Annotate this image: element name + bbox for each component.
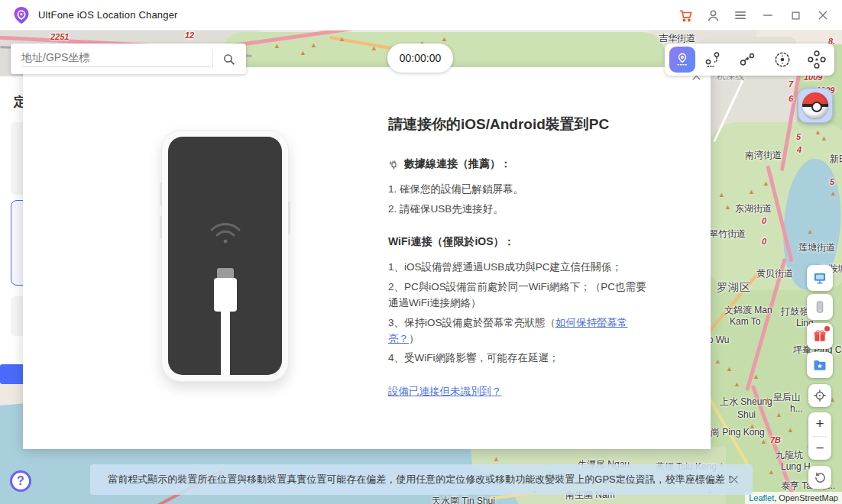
maximize-button[interactable] — [787, 7, 804, 24]
app-title: UltFone iOS Location Changer — [38, 9, 178, 21]
phone-side-button — [160, 216, 162, 239]
search-icon — [222, 53, 235, 66]
device-button[interactable] — [807, 294, 833, 320]
phone-screen — [168, 137, 282, 375]
map-label: 7B — [770, 435, 781, 444]
help-button[interactable]: ? — [10, 470, 31, 492]
two-spot-route-icon — [704, 50, 722, 69]
map-label: Shui — [737, 409, 756, 420]
usb-cable — [221, 311, 230, 375]
phone-side-button — [160, 183, 162, 205]
map-label: 4 — [797, 145, 802, 154]
mode-two-spot-button[interactable] — [695, 50, 730, 69]
map-label: 打鼓嶺 — [781, 305, 808, 318]
map-label: 罗湖区 — [717, 281, 751, 295]
map-label: 6 — [789, 94, 793, 103]
peak-symbol: ▲ — [724, 203, 731, 211]
gamepad-cross-icon — [807, 50, 827, 69]
peak-symbol: ▲ — [338, 35, 345, 43]
map-label: 2251 — [50, 32, 69, 41]
hamburger-icon — [734, 8, 747, 22]
promotions-button[interactable] — [807, 323, 833, 349]
peak-symbol: ▲ — [441, 35, 448, 43]
menu-button[interactable] — [732, 7, 749, 24]
peak-symbol: ▲ — [734, 380, 740, 388]
favorites-button[interactable] — [807, 352, 833, 378]
map-label: 5 — [830, 177, 834, 186]
map-label: 0 — [762, 237, 766, 246]
wifi-step-4: 4、受WiFi網路影響，可能存在延遲； — [388, 351, 649, 367]
timer-display: 00:00:00 — [387, 44, 453, 73]
map-label: 莲塘街道 — [798, 241, 835, 254]
wifi-icon — [207, 219, 244, 248]
peak-symbol: ▲ — [753, 373, 759, 380]
app-logo-icon — [12, 6, 31, 24]
zoom-control: + − — [808, 412, 831, 460]
peak-symbol: ▲ — [760, 438, 767, 445]
usb-section-heading: 數據線連接（推薦）： — [388, 157, 649, 171]
zoom-out-button[interactable]: − — [808, 437, 831, 460]
pc-screen-button[interactable] — [807, 265, 833, 291]
peak-symbol: ▲ — [493, 455, 500, 463]
map-label: 黄贝街道 — [756, 267, 793, 280]
mode-teleport-button[interactable] — [669, 47, 695, 73]
teleport-pin-icon — [675, 52, 690, 67]
mode-gamepad-button[interactable] — [800, 50, 835, 69]
peak-symbol: ▲ — [764, 396, 771, 403]
bottom-notification: 當前程式顯示的裝置所在位置與移動裝置真實位置可能存在偏差，使用任意的定位修改或移… — [90, 464, 753, 495]
connect-device-dialog: 請連接你的iOS/Android裝置到PC 數據線連接（推薦）： 1. 確保您的… — [23, 67, 711, 449]
leaflet-link[interactable]: Leaflet — [749, 493, 774, 502]
peak-symbol: ▲ — [274, 42, 280, 50]
osm-credit: , OpenStreetMap — [774, 493, 838, 502]
map-label: Kam To — [730, 316, 760, 327]
map-label: 南湾街道 — [745, 149, 782, 162]
map-label: 天水圍 Tin Shui — [432, 495, 495, 504]
person-icon — [706, 8, 721, 23]
peak-symbol: ▲ — [763, 179, 769, 187]
wifi-step-2: 2、PC與iOS設備當前處於同一WiFi網絡下；（PC也需要通過WiFi連接網絡… — [388, 279, 649, 312]
peak-symbol: ▲ — [776, 411, 782, 418]
peak-symbol: ▲ — [749, 422, 756, 430]
search-button[interactable] — [213, 53, 244, 66]
maximize-icon — [790, 10, 802, 21]
locate-me-button[interactable] — [808, 384, 831, 407]
search-input[interactable] — [21, 51, 211, 67]
peak-symbol: ▲ — [748, 188, 755, 195]
history-button[interactable] — [808, 466, 831, 489]
peak-symbol: ▲ — [726, 365, 733, 373]
map-label: 0 — [762, 216, 766, 225]
monitor-icon — [812, 270, 827, 286]
zoom-in-button[interactable]: + — [808, 412, 831, 436]
peak-symbol: ▲ — [821, 134, 827, 142]
account-button[interactable] — [704, 7, 721, 24]
mode-toolbar — [665, 44, 834, 76]
map-label: 皇后山 — [773, 391, 801, 404]
mode-multi-spot-button[interactable] — [730, 50, 766, 69]
mode-joystick-button[interactable] — [765, 50, 800, 69]
usb-step-1: 1. 確保您的設備已解鎖屏幕。 — [388, 182, 649, 198]
peak-symbol: ▲ — [768, 468, 775, 476]
notification-close-button[interactable] — [727, 472, 742, 487]
notification-dot — [824, 326, 830, 331]
device-not-recognized-link[interactable]: 設備已連接但未識別到？ — [388, 386, 502, 397]
map-label: 翠竹街道 — [709, 228, 746, 241]
undo-history-icon — [814, 471, 827, 484]
close-icon — [817, 9, 829, 21]
map-label: 7 — [789, 79, 793, 89]
cart-button[interactable] — [677, 7, 694, 24]
titlebar: UltFone iOS Location Changer — [0, 0, 842, 31]
peak-symbol: ▲ — [310, 41, 317, 49]
pokemon-mode-button[interactable] — [798, 88, 833, 123]
peak-symbol: ▲ — [830, 189, 837, 197]
map-label: 文錦渡 Man — [724, 304, 772, 317]
usb-plug-tip — [217, 268, 234, 278]
close-window-button[interactable] — [814, 7, 831, 24]
phone-illustration — [161, 130, 289, 382]
usb-heading-text: 數據線連接（推薦）： — [404, 157, 511, 171]
peak-symbol: ▲ — [300, 49, 306, 57]
peak-symbol: ▲ — [714, 357, 721, 365]
peak-symbol: ▲ — [807, 228, 814, 235]
minimize-button[interactable] — [759, 7, 776, 24]
peak-symbol: ▲ — [371, 44, 377, 52]
phone-side-button — [288, 201, 290, 234]
